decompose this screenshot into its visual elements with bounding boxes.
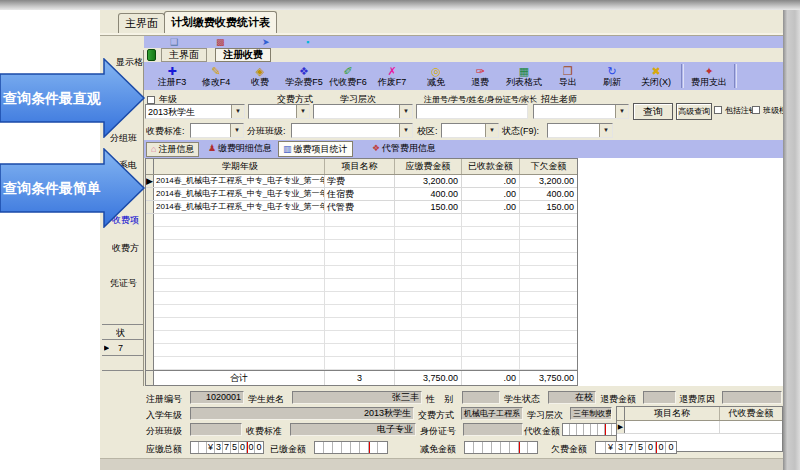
- reg-no-field: 1020001: [190, 391, 244, 404]
- refresh-icon: ↻: [590, 65, 634, 77]
- row-selector-icon: ▶: [104, 343, 109, 353]
- window-top-shadow: [0, 0, 800, 10]
- tab-registration-info[interactable]: ⌂注册信息: [146, 142, 199, 157]
- digit-cell: 0: [656, 442, 666, 453]
- grade-label: 年级: [159, 94, 177, 104]
- owed-amount-grid[interactable]: ¥375000: [595, 441, 677, 454]
- digit-cell: [596, 442, 606, 453]
- query-button[interactable]: 查询: [633, 103, 673, 120]
- chevron-down-icon[interactable]: ▼: [399, 124, 412, 137]
- search-input[interactable]: [416, 104, 528, 119]
- digit-cell: [333, 442, 342, 453]
- chevron-down-icon[interactable]: ▼: [485, 124, 498, 137]
- class-fuzzy-label: 班级模糊: [763, 106, 783, 116]
- refund-button[interactable]: ✑ 退费: [458, 65, 502, 87]
- reg-no-label: 注册编号: [146, 394, 182, 404]
- charge-button[interactable]: ◈ 收费: [238, 65, 282, 87]
- payment-method-select[interactable]: ▼: [248, 104, 310, 119]
- tab-label: 缴费明细信息: [218, 143, 272, 153]
- tab-payment-item-stats[interactable]: ▥缴费项目统计: [278, 141, 353, 157]
- expense-button[interactable]: ✦ 费用支出: [687, 65, 731, 87]
- cell-due: 150.00: [395, 201, 462, 213]
- collect-fee-button[interactable]: ✐ 代收费F6: [326, 65, 370, 87]
- table-row[interactable]: ▶: [617, 421, 782, 434]
- cell-received: .00: [462, 201, 520, 213]
- campus-select[interactable]: ▼: [441, 123, 499, 138]
- inner-tab-main[interactable]: 主界面: [161, 48, 207, 62]
- col-owed: 下欠金额: [520, 159, 577, 174]
- col-due: 应缴费金额: [395, 159, 462, 174]
- payment-items-grid[interactable]: 学期年级 项目名称 应缴费金额 已收款金额 下欠金额 ▶ 2014春_机械电子工…: [145, 158, 578, 386]
- chart-icon: ▥: [283, 144, 292, 154]
- void-button[interactable]: ✗ 作废F7: [370, 65, 414, 87]
- fee-standard-label: 收费标准:: [146, 126, 185, 136]
- digit-cell: [605, 424, 612, 435]
- digit-cell: 7: [223, 442, 231, 453]
- refresh-button[interactable]: ↻ 刷新: [590, 65, 634, 87]
- button-label: 代收费F6: [326, 77, 370, 87]
- grade-checkbox[interactable]: [147, 96, 155, 104]
- register-button[interactable]: ✚ 注册F3: [150, 65, 194, 87]
- inner-tab-register-fee[interactable]: 注册收费: [215, 48, 271, 62]
- tab-custodial-fee-info[interactable]: ❖代管费用信息: [368, 142, 440, 157]
- paid-amount-grid[interactable]: [314, 441, 388, 454]
- advanced-query-button[interactable]: 高级查询: [676, 103, 712, 120]
- class-fuzzy-checkbox[interactable]: [752, 106, 760, 114]
- col-item-name: 项目名称: [625, 407, 720, 420]
- money-icon: ✦: [687, 65, 731, 77]
- study-level-select[interactable]: ▼: [313, 104, 413, 119]
- chevron-down-icon[interactable]: ▼: [615, 105, 628, 118]
- class-select[interactable]: ▼: [291, 123, 413, 138]
- red-pen-icon: ✑: [458, 65, 502, 77]
- table-row[interactable]: 2014春_机械电子工程系_中专_电子专业_第一年 住宿费 400.00 .00…: [146, 188, 577, 201]
- chevron-down-icon[interactable]: ▼: [231, 105, 244, 118]
- list-format-button[interactable]: ▦ 列表格式: [502, 65, 546, 87]
- marker-icon[interactable]: ▪: [306, 36, 309, 48]
- table-row[interactable]: ▶ 2014春_机械电子工程系_中专_电子专业_第一年 学费 3,200.00 …: [146, 175, 577, 188]
- close-button[interactable]: ✖ 关闭(X): [634, 65, 678, 87]
- tab-main-screen[interactable]: 主界面: [118, 13, 165, 34]
- chevron-down-icon[interactable]: ▼: [599, 124, 612, 137]
- payment-method-field: 机械电子工程系: [461, 407, 523, 420]
- button-label: 退费: [458, 77, 502, 87]
- tuition-button[interactable]: ❖ 学杂费F5: [282, 65, 326, 87]
- button-label: 作废F7: [370, 77, 414, 87]
- strip-divider: [102, 355, 143, 356]
- chevron-down-icon[interactable]: ▼: [399, 105, 412, 118]
- main-toolbar: ✚ 注册F3 ✎ 修改F4 ◈ 收费 ❖ 学杂费F5 ✐ 代收费F6 ✗ 作废F…: [144, 62, 783, 90]
- strip-divider: [102, 324, 143, 325]
- row-gutter-column: [146, 214, 154, 370]
- arrow-icon[interactable]: ➤: [262, 36, 270, 48]
- class-form-label: 分班班级: [146, 426, 182, 436]
- grade-select[interactable]: 2013秋学生 ▼: [145, 104, 245, 119]
- export-button[interactable]: ❒ 导出: [546, 65, 590, 87]
- waive-amount-grid[interactable]: [464, 441, 538, 454]
- chevron-down-icon[interactable]: ▼: [230, 124, 243, 137]
- total-due-grid[interactable]: ¥375000: [190, 441, 264, 454]
- digit-cell: [191, 442, 199, 453]
- tab-payment-detail[interactable]: ♟缴费明细信息: [204, 142, 276, 157]
- cell-due: 3,200.00: [395, 175, 462, 187]
- digit-cell: 0: [239, 442, 247, 453]
- cell-semester: 2014春_机械电子工程系_中专_电子专业_第一年: [154, 188, 325, 200]
- include-cancelled-checkbox[interactable]: [714, 106, 722, 114]
- content-whitespace: [578, 158, 783, 386]
- tab-planned-fee-report[interactable]: 计划缴费收费统计表: [164, 11, 277, 34]
- reduction-button[interactable]: ◎ 减免: [414, 65, 458, 87]
- chevron-down-icon[interactable]: ▼: [296, 105, 309, 118]
- table-row[interactable]: 2014春_机械电子工程系_中专_电子专业_第一年 代管费 150.00 .00…: [146, 201, 577, 214]
- total-label: 合计: [154, 371, 325, 385]
- digit-cell: 0: [255, 442, 263, 453]
- fee-standard-select[interactable]: ▼: [190, 123, 244, 138]
- teacher-select[interactable]: ▼: [533, 104, 629, 119]
- image-icon[interactable]: ▩: [216, 36, 225, 48]
- gender-field: [462, 391, 500, 404]
- col-collect-amount: 代收费金额: [720, 407, 782, 420]
- study-level-field: 三年制收费: [570, 407, 612, 420]
- document-icon[interactable]: ❑: [170, 36, 178, 48]
- cell-due: 400.00: [395, 188, 462, 200]
- status-select[interactable]: ▼: [547, 123, 613, 138]
- modify-button[interactable]: ✎ 修改F4: [194, 65, 238, 87]
- digit-cell: [199, 442, 207, 453]
- collect-amount-grid[interactable]: [562, 423, 620, 436]
